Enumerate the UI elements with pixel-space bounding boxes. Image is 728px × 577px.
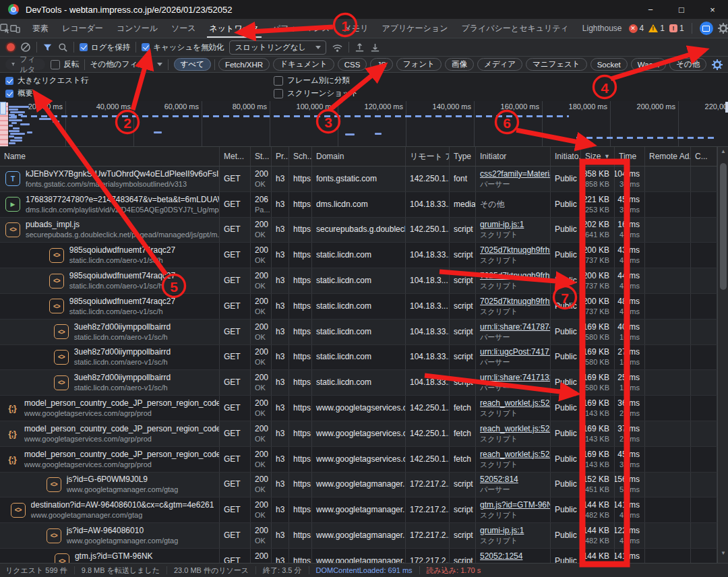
column-header-type[interactable]: Type [450,147,476,166]
initiator-link[interactable]: 52052:814 [480,475,550,485]
initiator-link[interactable]: 7025d7ktnuqgh9frhs6t5... [480,297,550,307]
option-checkbox-概要[interactable]: 概要 [5,87,88,100]
column-header-remote[interactable]: リモート ア... [406,147,450,166]
table-row[interactable]: <>3ueh8z7d00iiymppollbairrdstatic.licdn.… [0,345,717,371]
cast-device-button[interactable] [700,22,713,35]
table-row[interactable]: TkJEhBvYX7BgnkSrUwTuOhrdQw4oELdPleeII9v6… [0,166,717,192]
settings-gear-icon[interactable] [718,23,728,34]
network-overview-timeline[interactable]: 20,000 ms40,000 ms60,000 ms80,000 ms100,… [0,101,728,147]
column-header-size[interactable]: Size▼ [581,147,615,166]
table-row[interactable]: <>pubads_impl.jssecurepubads.g.doublecli… [0,218,717,243]
table-row[interactable]: ▶1768387724780?e=2147483647&v=beta&t=6mL… [0,192,717,218]
column-header-method[interactable]: Met... [220,147,251,166]
invert-filter-checkbox[interactable]: 反転 [51,59,79,69]
tab-プライバシーとセキュリティ[interactable]: プライバシーとセキュリティ [454,19,575,38]
record-network-log-button[interactable] [7,43,15,51]
device-toolbar-icon[interactable] [10,19,20,38]
option-checkbox-フレーム別に分類[interactable]: フレーム別に分類 [274,74,359,87]
column-header-time[interactable]: Time [615,147,645,166]
table-row[interactable]: <>js?id=AW-964086010www.googletagmanager… [0,523,717,549]
filter-pill-Wasm[interactable]: Wasm [631,58,666,71]
initiator-link[interactable]: css2?family=Material+Sy... [480,169,550,179]
close-button[interactable]: × [697,0,728,19]
clear-network-log-button[interactable] [20,42,31,53]
tab-アプリケーション[interactable]: アプリケーション [375,19,454,38]
disable-cache-checkbox[interactable]: キャッシュを無効化 [142,42,224,53]
minimize-button[interactable]: − [635,0,666,19]
column-header-status[interactable]: St... [251,147,272,166]
initiator-link[interactable]: grumi-ip.js:1 [480,526,550,536]
tab-パフォーマンス[interactable]: パフォーマンス [266,19,337,38]
filter-pill-Socket[interactable]: Socket [590,58,628,71]
tab-ソース[interactable]: ソース [164,19,203,38]
tab-要素[interactable]: 要素 [26,19,55,38]
filter-pill-画像[interactable]: 画像 [445,58,474,71]
filter-pill-メディア[interactable]: メディア [477,58,522,71]
import-har-icon[interactable] [355,42,365,53]
table-row[interactable]: {;}model_person_country_code_JP_person_r… [0,421,717,447]
initiator-link[interactable]: reach_worklet.js:524 [480,398,550,408]
filter-pill-すべて[interactable]: すべて [174,58,211,71]
overview-drag-handle[interactable] [0,102,6,115]
throttling-select[interactable]: スロットリングなし [229,40,326,55]
vertical-scrollbar[interactable]: ▲ ▼ [717,147,728,563]
filter-pill-ドキュメント[interactable]: ドキュメント [273,58,334,71]
column-header-cookies[interactable]: C... [691,147,717,166]
table-row[interactable]: <>985sqoiudwdfnuemt74raqc27static.licdn.… [0,268,717,294]
scrollbar-thumb[interactable] [720,163,727,290]
filter-pill-マニフェスト[interactable]: マニフェスト [526,58,587,71]
filter-pill-CSS[interactable]: CSS [338,58,367,71]
table-row[interactable]: {;}model_person_country_code_JP_person_r… [0,396,717,421]
initiator-link[interactable]: urn:li:share:74178743993... [480,322,550,332]
scroll-down-icon[interactable]: ▼ [721,550,726,556]
warning-badge[interactable]: 1 [648,24,665,33]
table-row[interactable]: <>3ueh8z7d00iiymppollbairrdstatic.licdn.… [0,320,717,345]
table-row[interactable]: {;}model_person_country_code_JP_person_r… [0,447,717,473]
preserve-log-checkbox[interactable]: ログを保持 [80,42,130,53]
initiator-link[interactable]: grumi-ip.js:1 [480,220,550,230]
filter-pill-Fetch/XHR[interactable]: Fetch/XHR [218,58,270,71]
table-row[interactable]: <>985sqoiudwdfnuemt74raqc27static.licdn.… [0,294,717,320]
column-header-initiator[interactable]: Initiator [476,147,551,166]
inspect-element-icon[interactable] [0,19,10,38]
tab-Lighthouse[interactable]: Lighthouse [576,19,629,38]
export-har-icon[interactable] [370,42,380,53]
initiator-link[interactable]: urn:li:ugcPost:741715518... [480,347,550,357]
table-row[interactable]: <>js?id=G-6P0WM9J0L9www.googletagmanager… [0,473,717,498]
scroll-up-icon[interactable]: ▲ [721,148,726,154]
column-header-name[interactable]: Name [0,147,220,166]
filter-pill-JS[interactable]: JS [370,58,392,71]
table-row[interactable]: <>3ueh8z7d00iiymppollbairrdstatic.licdn.… [0,370,717,396]
column-header-scheme[interactable]: Sch... [289,147,312,166]
overview-drag-handle-right[interactable] [725,102,728,113]
network-conditions-icon[interactable] [332,42,343,53]
more-filters-dropdown[interactable]: その他のフィルタ [90,59,163,69]
tab-コンソール[interactable]: コンソール [110,19,164,38]
table-row[interactable]: <>destination?id=AW-964086010&cx=c&gtm=4… [0,497,717,523]
initiator-link[interactable]: gtm.js?id=GTM-96NK:17 [480,500,550,510]
initiator-link[interactable]: 52052:1254 [480,551,550,561]
column-header-initiator_addr[interactable]: Initiato... [551,147,581,166]
initiator-link[interactable]: reach_worklet.js:524 [480,424,550,434]
tab-ネットワーク[interactable]: ネットワーク [203,19,266,38]
filter-pill-その他[interactable]: その他 [669,58,706,71]
tab-レコーダー[interactable]: レコーダー [55,19,110,38]
tab-メモリ[interactable]: メモリ [337,19,375,38]
column-header-remote_addr[interactable]: Remote Ad... [645,147,691,166]
initiator-link[interactable]: reach_worklet.js:524 [480,450,550,460]
issues-badge[interactable]: !1 [669,24,684,33]
filter-input[interactable]: フィルタ [5,59,45,70]
option-checkbox-スクリーンショット[interactable]: スクリーンショット [274,87,359,100]
error-badge[interactable]: ✕4 [629,24,644,33]
option-checkbox-大きなリクエスト行[interactable]: 大きなリクエスト行 [5,74,88,87]
network-settings-gear-icon[interactable] [712,59,723,70]
initiator-link[interactable]: 7025d7ktnuqgh9frhs6t5... [480,271,550,281]
maximize-button[interactable]: □ [666,0,697,19]
initiator-link[interactable]: 7025d7ktnuqgh9frhs6t5... [480,245,550,255]
table-row[interactable]: <>985sqoiudwdfnuemt74raqc27static.licdn.… [0,243,717,268]
initiator-link[interactable]: urn:li:share:74171327524... [480,373,550,383]
filter-toggle-icon[interactable] [42,42,53,53]
column-header-domain[interactable]: Domain [312,147,406,166]
column-header-protocol[interactable]: Pr... [272,147,289,166]
search-icon[interactable] [58,42,68,53]
